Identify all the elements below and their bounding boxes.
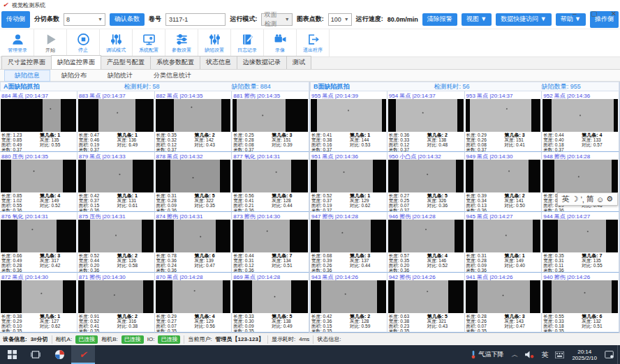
action-button-4[interactable]: 系统配置	[133, 29, 165, 56]
defect-thumbnail[interactable]	[156, 99, 231, 132]
defect-cell[interactable]: 952 黑点 |20:14:36长度: 0.44宽度: 0.40面积: 0.18…	[542, 91, 619, 152]
tray-expand-icon[interactable]: ︿	[508, 350, 522, 360]
drive-side-button[interactable]: 传动侧	[1, 11, 30, 28]
defect-cell[interactable]: 941 黑点 |20:14:26长度: 0.28宽度: 0.26面积: 0.07…	[465, 273, 542, 333]
defect-thumbnail[interactable]	[466, 280, 541, 313]
defect-cell[interactable]: 954 黑点 |20:14:37长度: 0.36宽度: 0.33面积: 0.12…	[388, 91, 465, 152]
slit-count-select[interactable]: 8 ▼	[64, 13, 105, 26]
notification-center-icon[interactable]	[601, 351, 617, 358]
defect-cell[interactable]: 871 擦伤 |20:14:30长度: 0.91宽度: 0.52面积: 0.41…	[78, 273, 155, 333]
defect-thumbnail[interactable]	[1, 220, 76, 252]
defect-thumbnail[interactable]	[78, 99, 154, 132]
defect-thumbnail[interactable]	[311, 160, 386, 192]
touch-keyboard-icon[interactable]	[552, 351, 568, 358]
defect-thumbnail[interactable]	[542, 280, 618, 313]
show-desktop-button[interactable]	[617, 345, 620, 364]
defect-thumbnail[interactable]	[1, 160, 76, 192]
taskbar-clock[interactable]: 20:14 2025/2/10	[568, 349, 601, 361]
taskbar-app-icon[interactable]	[47, 345, 71, 364]
defect-cell[interactable]: 869 黑点 |20:14:28长度: 0.33宽度: 0.30面积: 0.09…	[232, 273, 309, 333]
action-button-5[interactable]: 参数设置	[165, 29, 198, 56]
defect-thumbnail[interactable]	[388, 99, 464, 132]
defect-cell[interactable]: 942 擦伤 |20:14:26长度: 0.63宽度: 0.38面积: 0.23…	[388, 273, 465, 333]
action-button-9[interactable]: 退出程序	[297, 29, 330, 56]
close-button[interactable]: ✕	[609, 10, 619, 17]
ime-settings-gear-icon[interactable]: ⚙	[606, 195, 613, 204]
defect-thumbnail[interactable]	[311, 220, 386, 252]
defect-thumbnail[interactable]	[311, 99, 386, 132]
defect-thumbnail[interactable]	[232, 160, 308, 192]
action-button-0[interactable]: 管理登录	[1, 29, 34, 56]
defect-thumbnail[interactable]	[466, 160, 541, 192]
defect-thumbnail[interactable]	[542, 220, 618, 252]
defect-cell[interactable]: 882 黑点 |20:14:35长度: 0.35宽度: 0.32面积: 0.12…	[155, 91, 232, 152]
main-tab-3[interactable]: 系统参数配置	[150, 56, 200, 69]
sub-tab-3[interactable]: 分类信息统计	[144, 70, 201, 81]
task-view-button[interactable]	[24, 345, 47, 364]
defect-cell[interactable]: 950 小凸点 |20:14:32长度: 0.27宽度: 0.25面积: 0.0…	[388, 152, 465, 213]
defect-thumbnail[interactable]	[542, 99, 618, 132]
defect-cell[interactable]: 947 擦伤 |20:14:28长度: 0.68宽度: 0.39面积: 0.26…	[310, 212, 388, 273]
defect-cell[interactable]: 955 黑点 |20:14:39长度: 0.41宽度: 0.38面积: 0.16…	[310, 91, 388, 152]
sub-tab-0[interactable]: 缺陷信息	[4, 70, 50, 82]
defect-cell[interactable]: 949 黑点 |20:14:30长度: 0.39宽度: 0.34面积: 0.13…	[465, 152, 542, 213]
defect-thumbnail[interactable]	[232, 99, 308, 132]
defect-thumbnail[interactable]	[1, 99, 76, 132]
run-mode-select[interactable]: 双面检测 ▼	[261, 13, 292, 26]
defect-thumbnail[interactable]	[78, 160, 154, 192]
main-tab-1[interactable]: 缺陷监控界面	[51, 55, 101, 69]
defect-cell[interactable]: 870 黑点 |20:14:28长度: 0.29宽度: 0.27面积: 0.07…	[155, 273, 232, 333]
defect-cell[interactable]: 945 黑点 |20:14:27长度: 0.31宽度: 0.28面积: 0.09…	[465, 212, 542, 273]
action-button-1[interactable]: 开始	[34, 29, 67, 56]
defect-cell[interactable]: 877 氧化 |20:14:31长度: 0.56宽度: 0.41面积: 0.21…	[232, 152, 309, 213]
defect-cell[interactable]: 946 擦伤 |20:14:28长度: 0.57宽度: 0.35面积: 0.20…	[388, 212, 465, 273]
defect-cell[interactable]: 951 黑点 |20:14:36长度: 0.52宽度: 0.37面积: 0.19…	[310, 152, 388, 213]
action-button-2[interactable]: 停止	[67, 29, 100, 56]
taskbar-active-app-icon[interactable]: ✔	[71, 345, 95, 364]
data-quick-access-button[interactable]: 数据快捷访问 ▼	[496, 13, 551, 26]
defect-thumbnail[interactable]	[388, 280, 464, 313]
defect-thumbnail[interactable]	[388, 160, 464, 192]
defect-cell[interactable]: 884 黑点 |20:14:37长度: 1.23宽度: 0.85面积: 0.49…	[0, 91, 78, 152]
ime-emoji-icon[interactable]: ☺	[596, 195, 604, 204]
defect-thumbnail[interactable]	[232, 280, 308, 313]
sub-tab-2[interactable]: 缺陷统计	[98, 70, 142, 81]
defect-thumbnail[interactable]	[78, 280, 154, 313]
defect-thumbnail[interactable]	[466, 220, 541, 252]
weather-widget[interactable]: 气温下降	[466, 350, 508, 359]
defect-cell[interactable]: 940 擦伤 |20:14:26长度: 0.55宽度: 0.33面积: 0.18…	[542, 273, 619, 333]
defect-thumbnail[interactable]	[388, 220, 464, 252]
clear-alarm-button[interactable]: 清除报警	[422, 13, 457, 26]
maximize-button[interactable]: ▢	[589, 10, 599, 17]
start-button[interactable]	[0, 345, 24, 364]
defect-thumbnail[interactable]	[1, 280, 76, 313]
defect-thumbnail[interactable]	[156, 220, 231, 252]
defect-thumbnail[interactable]	[466, 99, 541, 132]
defect-cell[interactable]: 874 擦伤 |20:14:31长度: 0.78宽度: 0.36面积: 0.24…	[155, 212, 232, 273]
defect-cell[interactable]: 879 黑点 |20:14:33长度: 0.42宽度: 0.37面积: 0.15…	[78, 152, 155, 213]
ime-english-toggle[interactable]: 英	[562, 194, 570, 204]
sub-tab-1[interactable]: 缺陷分布	[52, 70, 96, 81]
defect-thumbnail[interactable]	[311, 280, 386, 313]
action-button-7[interactable]: 日志记录	[231, 29, 264, 56]
ime-language-indicator[interactable]: 英	[538, 350, 552, 360]
defect-cell[interactable]: 872 黑点 |20:14:30长度: 0.38宽度: 0.29面积: 0.10…	[0, 273, 78, 333]
defect-cell[interactable]: 875 压伤 |20:14:31长度: 0.52宽度: 0.44面积: 0.20…	[78, 212, 155, 273]
defect-thumbnail[interactable]	[542, 160, 618, 192]
main-tab-5[interactable]: 边缘数据记录	[237, 56, 287, 69]
defect-cell[interactable]: 881 擦伤 |20:14:35长度: 0.25宽度: 0.28面积: 0.08…	[232, 91, 309, 152]
main-tab-0[interactable]: 尺寸监控界面	[1, 56, 52, 69]
action-button-6[interactable]: 缺陷设置	[198, 29, 231, 56]
minimize-button[interactable]: –	[570, 10, 580, 17]
action-button-8[interactable]: 录像	[264, 29, 297, 56]
action-button-3[interactable]: 调试模式	[100, 29, 133, 56]
main-tab-2[interactable]: 产品型号配置	[101, 56, 151, 69]
main-tab-4[interactable]: 状态信息	[200, 56, 237, 69]
view-menu-button[interactable]: 视图 ▼	[462, 13, 492, 26]
chart-points-select[interactable]: 100 ▼	[328, 13, 352, 26]
defect-cell[interactable]: 878 黑点 |20:14:32长度: 0.31宽度: 0.28面积: 0.09…	[155, 152, 232, 213]
defect-cell[interactable]: 876 氧化 |20:14:31长度: 0.66宽度: 0.49面积: 0.28…	[0, 212, 78, 273]
defect-cell[interactable]: 873 擦伤 |20:14:30长度: 0.44宽度: 0.31面积: 0.12…	[232, 212, 309, 273]
ime-halfwidth-icon[interactable]: ☽	[572, 195, 579, 204]
defect-cell[interactable]: 953 黑点 |20:14:37长度: 0.29宽度: 0.26面积: 0.08…	[465, 91, 542, 152]
